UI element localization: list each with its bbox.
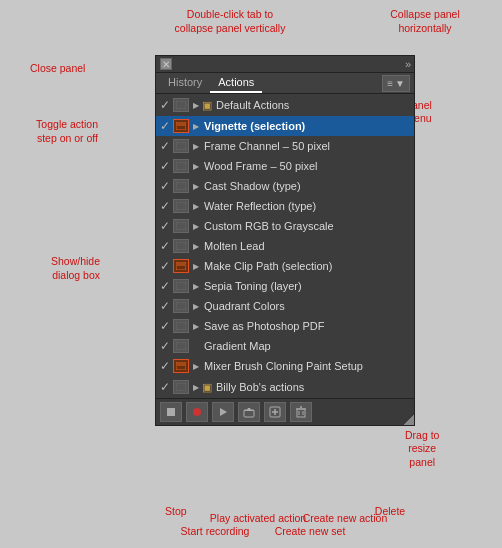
check-col-11[interactable]: ✓	[158, 299, 172, 313]
check-col-9[interactable]: ✓	[158, 259, 172, 273]
expand-col-7[interactable]: ▶	[190, 222, 202, 231]
svg-rect-25	[297, 409, 305, 417]
action-row-11[interactable]: ✓▶Quadrant Colors	[156, 296, 414, 316]
action-row-9[interactable]: ✓▶Make Clip Path (selection)	[156, 256, 414, 276]
expand-col-6[interactable]: ▶	[190, 202, 202, 211]
dialog-col-15[interactable]	[173, 380, 189, 394]
dialog-col-6[interactable]	[173, 199, 189, 213]
play-button[interactable]	[212, 402, 234, 422]
action-row-1[interactable]: ✓▶▣Default Actions	[156, 94, 414, 116]
expand-col-5[interactable]: ▶	[190, 182, 202, 191]
dialog-col-14[interactable]	[173, 359, 189, 373]
create-set-button[interactable]	[238, 402, 260, 422]
expand-col-15[interactable]: ▶	[190, 383, 202, 392]
action-row-8[interactable]: ✓▶Molten Lead	[156, 236, 414, 256]
dialog-col-4[interactable]	[173, 159, 189, 173]
svg-point-19	[193, 408, 201, 416]
action-row-5[interactable]: ✓▶Cast Shadow (type)	[156, 176, 414, 196]
action-row-3[interactable]: ✓▶Frame Channel – 50 pixel	[156, 136, 414, 156]
dialog-col-5[interactable]	[173, 179, 189, 193]
svg-rect-10	[177, 263, 185, 266]
stop-button[interactable]	[160, 402, 182, 422]
expand-col-9[interactable]: ▶	[190, 262, 202, 271]
action-label-14: Mixer Brush Cloning Paint Setup	[202, 360, 412, 372]
action-row-12[interactable]: ✓▶Save as Photoshop PDF	[156, 316, 414, 336]
expand-col-1[interactable]: ▶	[190, 101, 202, 110]
action-row-7[interactable]: ✓▶Custom RGB to Grayscale	[156, 216, 414, 236]
action-label-12: Save as Photoshop PDF	[202, 320, 412, 332]
delete-button[interactable]	[290, 402, 312, 422]
resize-handle[interactable]	[404, 415, 414, 425]
expand-col-8[interactable]: ▶	[190, 242, 202, 251]
expand-col-3[interactable]: ▶	[190, 142, 202, 151]
expand-col-11[interactable]: ▶	[190, 302, 202, 311]
ann-play: Play activated action	[208, 512, 308, 526]
action-row-6[interactable]: ✓▶Water Reflection (type)	[156, 196, 414, 216]
svg-rect-6	[176, 202, 186, 210]
expand-col-10[interactable]: ▶	[190, 282, 202, 291]
check-col-6[interactable]: ✓	[158, 199, 172, 213]
expand-col-4[interactable]: ▶	[190, 162, 202, 171]
actions-list: ✓▶▣Default Actions✓▶Vignette (selection)…	[156, 94, 414, 398]
action-row-14[interactable]: ✓▶Mixer Brush Cloning Paint Setup	[156, 356, 414, 376]
close-panel-button[interactable]: ✕	[160, 58, 172, 70]
folder-icon-1: ▣	[202, 99, 212, 112]
dialog-col-2[interactable]	[173, 119, 189, 133]
svg-rect-21	[244, 410, 254, 417]
expand-col-14[interactable]: ▶	[190, 362, 202, 371]
dialog-col-9[interactable]	[173, 259, 189, 273]
ann-collapse: Collapse panel horizontally	[375, 8, 475, 35]
panel-tabs: History Actions ≡ ▼	[156, 73, 414, 94]
check-col-4[interactable]: ✓	[158, 159, 172, 173]
dialog-col-12[interactable]	[173, 319, 189, 333]
dialog-col-3[interactable]	[173, 139, 189, 153]
svg-rect-0	[176, 101, 186, 109]
dialog-col-13[interactable]	[173, 339, 189, 353]
action-label-9: Make Clip Path (selection)	[202, 260, 412, 272]
panel-topbar: ✕ »	[156, 56, 414, 73]
check-col-15[interactable]: ✓	[158, 380, 172, 394]
folder-icon-15: ▣	[202, 381, 212, 394]
check-col-10[interactable]: ✓	[158, 279, 172, 293]
action-row-13[interactable]: ✓Gradient Map	[156, 336, 414, 356]
tab-history[interactable]: History	[160, 73, 210, 93]
action-row-4[interactable]: ✓▶Wood Frame – 50 pixel	[156, 156, 414, 176]
check-col-1[interactable]: ✓	[158, 98, 172, 112]
expand-col-2[interactable]: ▶	[190, 122, 202, 131]
dialog-col-1[interactable]	[173, 98, 189, 112]
dialog-col-10[interactable]	[173, 279, 189, 293]
panel-menu-button[interactable]: ≡ ▼	[382, 75, 410, 92]
create-action-button[interactable]	[264, 402, 286, 422]
dialog-col-11[interactable]	[173, 299, 189, 313]
check-col-13[interactable]: ✓	[158, 339, 172, 353]
action-label-13: Gradient Map	[202, 340, 412, 352]
check-col-2[interactable]: ✓	[158, 119, 172, 133]
ann-create-set: Create new set	[265, 525, 355, 539]
action-row-2[interactable]: ✓▶Vignette (selection)	[156, 116, 414, 136]
collapse-panel-button[interactable]: »	[405, 58, 410, 70]
action-label-1: Default Actions	[214, 99, 412, 111]
action-label-3: Frame Channel – 50 pixel	[202, 140, 412, 152]
tab-actions[interactable]: Actions	[210, 73, 262, 93]
check-col-7[interactable]: ✓	[158, 219, 172, 233]
check-col-5[interactable]: ✓	[158, 179, 172, 193]
svg-marker-20	[220, 408, 227, 416]
svg-rect-7	[176, 222, 186, 230]
check-col-8[interactable]: ✓	[158, 239, 172, 253]
action-row-15[interactable]: ✓▶▣Billy Bob's actions	[156, 376, 414, 398]
dialog-col-7[interactable]	[173, 219, 189, 233]
action-row-10[interactable]: ✓▶Sepia Toning (layer)	[156, 276, 414, 296]
svg-rect-13	[176, 322, 186, 330]
check-col-3[interactable]: ✓	[158, 139, 172, 153]
action-label-8: Molten Lead	[202, 240, 412, 252]
expand-col-12[interactable]: ▶	[190, 322, 202, 331]
check-col-12[interactable]: ✓	[158, 319, 172, 333]
svg-rect-14	[176, 342, 186, 350]
action-label-15: Billy Bob's actions	[214, 381, 412, 393]
record-button[interactable]	[186, 402, 208, 422]
check-col-14[interactable]: ✓	[158, 359, 172, 373]
svg-rect-16	[177, 363, 185, 366]
dialog-col-8[interactable]	[173, 239, 189, 253]
svg-rect-11	[176, 282, 186, 290]
action-label-5: Cast Shadow (type)	[202, 180, 412, 192]
